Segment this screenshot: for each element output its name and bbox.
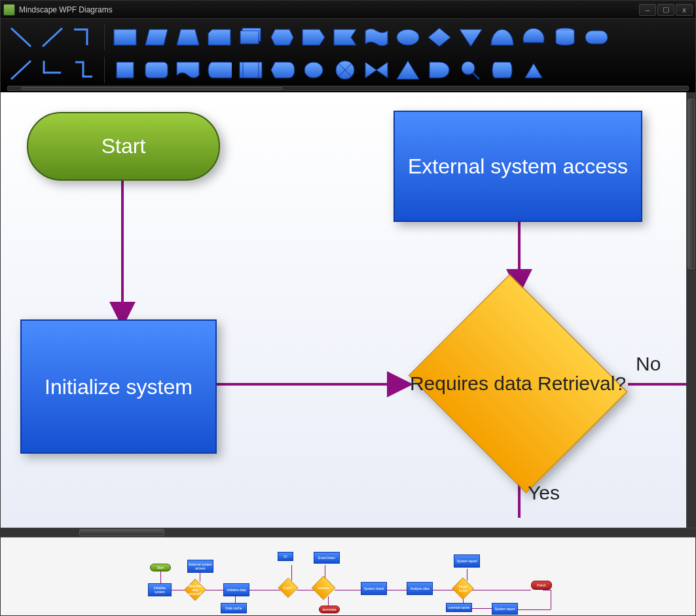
overview-sysrep2[interactable]: System report bbox=[492, 603, 518, 615]
tool-trapezoid[interactable] bbox=[174, 24, 202, 50]
tool-square[interactable] bbox=[111, 57, 139, 83]
tool-rounded-rect[interactable] bbox=[143, 57, 170, 83]
svg-marker-3 bbox=[145, 29, 168, 45]
tool-pentagon-arrow[interactable] bbox=[300, 24, 327, 50]
overview-ext[interactable]: External system access bbox=[187, 560, 213, 573]
tool-bowtie[interactable] bbox=[363, 57, 390, 83]
tool-doc[interactable] bbox=[174, 57, 202, 83]
tool-elbow-down-right[interactable] bbox=[39, 57, 66, 83]
tool-small-triangle[interactable] bbox=[520, 57, 547, 83]
start-node[interactable]: Start bbox=[27, 112, 220, 181]
app-icon bbox=[3, 4, 15, 16]
tool-elbow-right-down[interactable] bbox=[70, 24, 98, 50]
overview-sysrep1[interactable]: System report bbox=[454, 554, 480, 568]
diagram-canvas[interactable]: Start External system access Initialize … bbox=[1, 92, 686, 528]
close-button[interactable]: x bbox=[676, 4, 693, 16]
external-access-text: External system access bbox=[408, 153, 628, 179]
overview-dec4[interactable]: Target found bbox=[452, 577, 474, 600]
canvas-vscroll-thumb[interactable] bbox=[687, 99, 695, 269]
tool-circle-cross[interactable] bbox=[331, 57, 359, 83]
minimize-button[interactable]: – bbox=[639, 4, 656, 16]
svg-rect-2 bbox=[114, 29, 136, 45]
canvas-hscroll-thumb[interactable] bbox=[79, 529, 164, 536]
svg-rect-17 bbox=[117, 62, 134, 78]
svg-point-22 bbox=[304, 62, 323, 78]
overview-term[interactable]: terminate bbox=[319, 606, 340, 613]
tool-flag[interactable] bbox=[331, 24, 359, 50]
external-access-node[interactable]: External system access bbox=[394, 111, 642, 222]
svg-marker-26 bbox=[365, 62, 388, 78]
svg-rect-15 bbox=[585, 31, 608, 44]
overview-initdata[interactable]: Initialize data bbox=[223, 583, 249, 596]
edge-label-no: No bbox=[636, 353, 661, 375]
overview-start[interactable]: Start bbox=[150, 564, 171, 571]
tool-line-nw-se[interactable] bbox=[7, 24, 35, 50]
toolbox-scrollbar-thumb[interactable] bbox=[21, 87, 283, 90]
svg-line-0 bbox=[11, 28, 31, 46]
svg-marker-5 bbox=[208, 29, 230, 45]
tool-hexagon[interactable] bbox=[268, 24, 296, 50]
svg-marker-4 bbox=[177, 29, 199, 45]
tool-card[interactable] bbox=[206, 24, 233, 50]
svg-marker-31 bbox=[525, 63, 542, 78]
tool-line-sw-ne[interactable] bbox=[7, 57, 35, 83]
overview-syscheck[interactable]: System check bbox=[361, 582, 387, 595]
initialize-node[interactable]: Initialize system bbox=[20, 319, 217, 454]
overview-finish[interactable]: Finish bbox=[531, 581, 552, 590]
svg-rect-7 bbox=[240, 31, 259, 44]
window-title: Mindscape WPF Diagrams bbox=[19, 5, 113, 14]
overview-datacache[interactable]: Data cache bbox=[221, 603, 247, 613]
decision-node[interactable]: Requires data Retrieval? bbox=[400, 282, 636, 485]
svg-rect-18 bbox=[145, 62, 168, 78]
tool-diamond[interactable] bbox=[426, 24, 453, 50]
overview-dec1[interactable]: Requires data retrieval? bbox=[184, 579, 206, 601]
title-bar: Mindscape WPF Diagrams – ▢ x bbox=[1, 1, 695, 19]
overview-override[interactable]: override cache bbox=[446, 603, 472, 612]
tool-cylinder[interactable] bbox=[551, 24, 579, 50]
overview-io[interactable]: IO bbox=[278, 552, 293, 561]
svg-marker-10 bbox=[334, 29, 356, 45]
overview-eventlisten[interactable]: Event listen bbox=[314, 552, 340, 564]
tool-parallelogram[interactable] bbox=[143, 24, 170, 50]
tool-semi-circle[interactable] bbox=[488, 24, 516, 50]
decision-text: Requires data Retrieval? bbox=[400, 282, 636, 485]
tool-chord[interactable] bbox=[520, 24, 547, 50]
tool-storage[interactable] bbox=[206, 57, 233, 83]
svg-marker-9 bbox=[302, 29, 325, 45]
tool-line-ne-sw[interactable] bbox=[39, 24, 66, 50]
initialize-text: Initialize system bbox=[45, 374, 192, 400]
tool-ellipse[interactable] bbox=[394, 24, 422, 50]
tool-wave-rect[interactable] bbox=[363, 24, 390, 50]
tool-triangle-down[interactable] bbox=[457, 24, 485, 50]
tool-display[interactable] bbox=[268, 57, 296, 83]
tool-magnifier[interactable] bbox=[457, 57, 485, 83]
toolbox-divider bbox=[104, 57, 105, 83]
shape-toolbox bbox=[1, 19, 695, 92]
overview-dec3[interactable]: Validate bbox=[312, 576, 336, 600]
canvas-horizontal-scrollbar[interactable] bbox=[1, 528, 695, 537]
tool-and-gate[interactable] bbox=[426, 57, 453, 83]
overview-analyze[interactable]: Analyze data bbox=[407, 582, 433, 595]
tool-elbow-s[interactable] bbox=[70, 57, 98, 83]
svg-line-29 bbox=[473, 73, 479, 79]
edge-label-yes: Yes bbox=[528, 482, 560, 504]
toolbox-scrollbar[interactable] bbox=[7, 86, 689, 91]
svg-marker-8 bbox=[271, 29, 293, 45]
overview-init[interactable]: Initialize system bbox=[148, 583, 172, 596]
tool-oval[interactable] bbox=[583, 24, 610, 50]
canvas-vertical-scrollbar[interactable] bbox=[686, 92, 695, 528]
svg-line-16 bbox=[11, 61, 31, 79]
tool-ellipse-small[interactable] bbox=[300, 57, 327, 83]
tool-rect[interactable] bbox=[111, 24, 139, 50]
overview-dec2[interactable]: Data? bbox=[278, 577, 298, 598]
tool-predefined[interactable] bbox=[237, 57, 265, 83]
svg-point-11 bbox=[397, 29, 419, 45]
svg-line-1 bbox=[43, 28, 62, 46]
tool-triangle-up[interactable] bbox=[394, 57, 422, 83]
toolbox-divider bbox=[104, 24, 105, 50]
tool-multi-doc[interactable] bbox=[237, 24, 265, 50]
maximize-button[interactable]: ▢ bbox=[657, 4, 674, 16]
tool-cylinder-h[interactable] bbox=[488, 57, 516, 83]
svg-marker-27 bbox=[397, 61, 419, 79]
diagram-overview[interactable]: StartExternal system accessInitialize sy… bbox=[1, 537, 695, 615]
